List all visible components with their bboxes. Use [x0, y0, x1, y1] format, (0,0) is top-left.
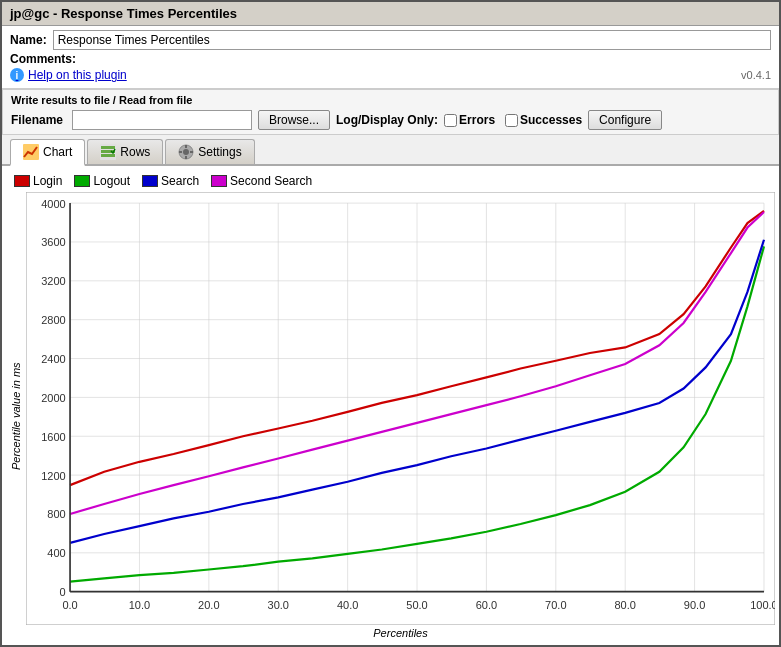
name-input[interactable]: [53, 30, 771, 50]
legend-color-login: [14, 175, 30, 187]
errors-label: Errors: [459, 113, 495, 127]
rows-icon: [100, 144, 116, 160]
title-bar: jp@gc - Response Times Percentiles: [2, 2, 779, 26]
svg-text:80.0: 80.0: [614, 599, 635, 611]
configure-button[interactable]: Configure: [588, 110, 662, 130]
svg-rect-11: [26, 192, 775, 625]
svg-text:10.0: 10.0: [129, 599, 150, 611]
chart-area: Login Logout Search Second Search Percen…: [2, 166, 779, 645]
svg-rect-0: [23, 144, 39, 160]
svg-text:40.0: 40.0: [337, 599, 358, 611]
legend-search: Search: [142, 174, 199, 188]
svg-text:800: 800: [47, 508, 65, 520]
chart-inner: 4000 3600 3200 2800 2400 2000 1600 1200 …: [26, 192, 775, 641]
legend-login: Login: [14, 174, 62, 188]
toolbar: Name: Comments: i Help on this plugin v0…: [2, 26, 779, 89]
chart-svg-wrapper: 4000 3600 3200 2800 2400 2000 1600 1200 …: [26, 192, 775, 625]
chart-legend: Login Logout Search Second Search: [6, 170, 775, 192]
svg-text:0.0: 0.0: [62, 599, 77, 611]
help-link[interactable]: i Help on this plugin: [10, 68, 127, 82]
help-link-text: Help on this plugin: [28, 68, 127, 82]
tab-settings[interactable]: Settings: [165, 139, 254, 164]
legend-label-login: Login: [33, 174, 62, 188]
svg-rect-7: [185, 145, 187, 148]
svg-text:20.0: 20.0: [198, 599, 219, 611]
name-label: Name:: [10, 33, 47, 47]
successes-checkbox[interactable]: [505, 114, 518, 127]
svg-text:3600: 3600: [41, 236, 65, 248]
legend-color-logout: [74, 175, 90, 187]
filename-input[interactable]: [72, 110, 252, 130]
tab-chart[interactable]: Chart: [10, 139, 85, 166]
file-section: Write results to file / Read from file F…: [2, 89, 779, 135]
svg-text:100.0: 100.0: [750, 599, 775, 611]
browse-button[interactable]: Browse...: [258, 110, 330, 130]
svg-text:60.0: 60.0: [476, 599, 497, 611]
legend-color-second-search: [211, 175, 227, 187]
svg-text:2000: 2000: [41, 392, 65, 404]
version-text: v0.4.1: [741, 69, 771, 81]
file-section-title: Write results to file / Read from file: [11, 94, 770, 106]
legend-logout: Logout: [74, 174, 130, 188]
successes-checkbox-label[interactable]: Successes: [505, 113, 582, 127]
legend-label-search: Search: [161, 174, 199, 188]
legend-label-second-search: Second Search: [230, 174, 312, 188]
svg-text:3200: 3200: [41, 275, 65, 287]
legend-color-search: [142, 175, 158, 187]
window-title: jp@gc - Response Times Percentiles: [10, 6, 237, 21]
svg-text:50.0: 50.0: [406, 599, 427, 611]
svg-rect-9: [179, 151, 182, 153]
chart-container: Percentile value in ms: [6, 192, 775, 641]
legend-label-logout: Logout: [93, 174, 130, 188]
x-axis-label: Percentiles: [26, 625, 775, 641]
log-display-label: Log/Display Only:: [336, 113, 438, 127]
legend-second-search: Second Search: [211, 174, 312, 188]
tab-chart-label: Chart: [43, 145, 72, 159]
svg-rect-10: [190, 151, 193, 153]
svg-text:90.0: 90.0: [684, 599, 705, 611]
svg-text:400: 400: [47, 547, 65, 559]
svg-text:0: 0: [60, 586, 66, 598]
tabs-row: Chart Rows Settings: [2, 135, 779, 166]
tab-settings-label: Settings: [198, 145, 241, 159]
settings-icon: [178, 144, 194, 160]
chart-svg: 4000 3600 3200 2800 2400 2000 1600 1200 …: [26, 192, 775, 625]
svg-rect-4: [101, 154, 115, 157]
svg-rect-8: [185, 156, 187, 159]
y-axis-label: Percentile value in ms: [6, 192, 26, 641]
svg-text:1600: 1600: [41, 431, 65, 443]
tab-rows-label: Rows: [120, 145, 150, 159]
info-icon: i: [10, 68, 24, 82]
svg-text:2800: 2800: [41, 314, 65, 326]
svg-rect-2: [101, 146, 115, 149]
tab-rows[interactable]: Rows: [87, 139, 163, 164]
main-window: jp@gc - Response Times Percentiles Name:…: [0, 0, 781, 647]
svg-text:70.0: 70.0: [545, 599, 566, 611]
errors-checkbox-label[interactable]: Errors: [444, 113, 499, 127]
errors-checkbox[interactable]: [444, 114, 457, 127]
svg-text:30.0: 30.0: [268, 599, 289, 611]
chart-icon: [23, 144, 39, 160]
successes-label: Successes: [520, 113, 582, 127]
filename-label: Filename: [11, 113, 66, 127]
svg-text:1200: 1200: [41, 470, 65, 482]
svg-text:2400: 2400: [41, 353, 65, 365]
comments-label: Comments:: [10, 52, 76, 66]
svg-point-6: [183, 149, 189, 155]
svg-text:4000: 4000: [41, 198, 65, 210]
